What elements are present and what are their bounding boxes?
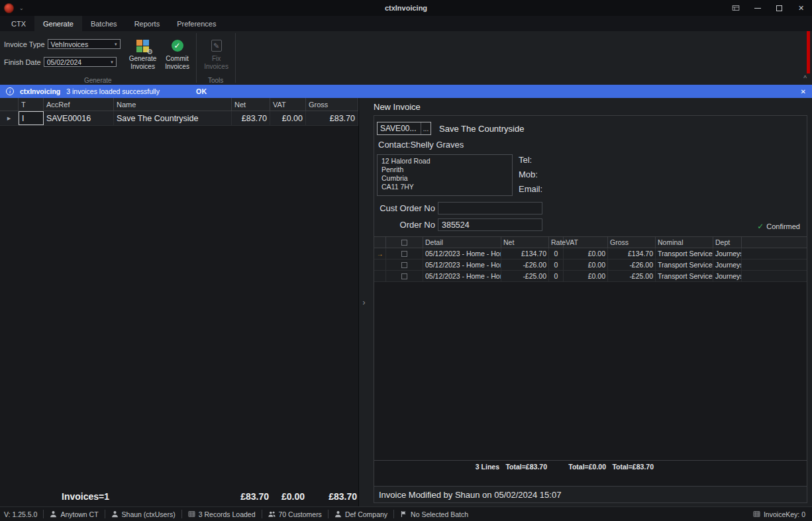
cell-accref[interactable]: SAVE00016: [44, 111, 114, 125]
cell-rate[interactable]: 0: [549, 260, 564, 270]
select-all-checkbox[interactable]: [401, 240, 407, 246]
address-box[interactable]: 12 Halord Road Penrith Cumbria CA11 7HY: [377, 154, 513, 196]
cell-net[interactable]: £83.70: [232, 111, 270, 125]
minimize-button[interactable]: [746, 0, 768, 16]
cell-gross[interactable]: -£26.00: [608, 260, 656, 270]
tab-batches[interactable]: Batches: [82, 16, 126, 31]
cell-gross[interactable]: £83.70: [306, 111, 358, 125]
column-header-select[interactable]: [386, 237, 423, 248]
column-header-nominal[interactable]: Nominal: [656, 237, 713, 248]
close-button[interactable]: ✕: [790, 0, 812, 16]
order-input[interactable]: [438, 218, 542, 231]
cell-gross[interactable]: -£25.00: [608, 271, 656, 281]
cell-net[interactable]: £134.70: [501, 248, 549, 259]
cell-detail[interactable]: 05/12/2023 - Home - Home: [423, 271, 501, 281]
cell-rate[interactable]: 0: [549, 271, 564, 281]
commit-invoices-button[interactable]: ✓ Commit Invoices: [161, 35, 194, 75]
status-def-company[interactable]: Def Company: [329, 510, 393, 518]
cell-nominal[interactable]: Transport Services: [656, 271, 713, 281]
line-row[interactable]: 05/12/2023 - Home - Home -£25.00 0 £0.00…: [374, 271, 807, 282]
tab-ctx[interactable]: CTX: [3, 16, 34, 31]
line-checkbox[interactable]: [401, 273, 407, 279]
finish-date-select[interactable]: 05/02/2024 ▾: [44, 57, 117, 67]
confirmed-label: Confirmed: [766, 222, 800, 230]
app-logo-icon[interactable]: [4, 3, 14, 13]
cell-dept[interactable]: Journeys: [713, 248, 742, 259]
person-icon: [111, 510, 119, 518]
column-header-name[interactable]: Name: [114, 98, 232, 111]
column-header-vat[interactable]: VAT: [270, 98, 306, 111]
tab-preferences[interactable]: Preferences: [168, 16, 225, 31]
address-line: Penrith: [381, 166, 508, 174]
cell-detail[interactable]: 05/12/2023 - Home - Home: [423, 248, 501, 259]
row-selector-icon: ▸: [0, 111, 19, 125]
cell-vat[interactable]: £0.00: [270, 111, 306, 125]
tab-reports[interactable]: Reports: [126, 16, 169, 31]
cell-vat[interactable]: £0.00: [564, 271, 608, 281]
column-header-indicator: [374, 237, 386, 248]
status-batch[interactable]: No Selected Batch: [394, 510, 474, 518]
column-header-net[interactable]: Net: [232, 98, 270, 111]
column-header-dept[interactable]: Dept: [713, 237, 742, 248]
notification-message: 3 invoices loaded successfully: [66, 87, 160, 95]
invoice-row[interactable]: ▸ I SAVE00016 Save The Countryside £83.7…: [0, 111, 358, 126]
status-bar: V: 1.25.5.0 Anytown CT Shaun (ctxUsers) …: [0, 506, 812, 521]
cell-net[interactable]: -£25.00: [501, 271, 549, 281]
line-checkbox[interactable]: [401, 251, 407, 257]
lines-grid-spacer: [374, 472, 807, 486]
column-header-detail[interactable]: Detail: [423, 237, 501, 248]
column-header-vat[interactable]: VAT: [564, 237, 608, 248]
line-select[interactable]: [386, 271, 423, 281]
panel-title: New Invoice: [374, 102, 807, 115]
invoice-list-footer: Invoices=1 £83.70 £0.00 £83.70: [0, 487, 358, 506]
accref-combo[interactable]: SAVE00... ...: [377, 122, 431, 135]
cell-vat[interactable]: £0.00: [564, 260, 608, 270]
cell-nominal[interactable]: Transport Services: [656, 248, 713, 259]
confirmed-checkbox[interactable]: ✓ Confirmed: [757, 222, 803, 231]
ribbon-group-label-tools: Tools: [197, 77, 235, 84]
column-header-gross[interactable]: Gross: [306, 98, 358, 111]
cell-dept[interactable]: Journeys: [713, 260, 742, 270]
cell-t[interactable]: I: [19, 111, 44, 125]
invoice-type-select[interactable]: VehInvoices ▾: [48, 39, 121, 49]
panel-splitter[interactable]: ›: [359, 98, 369, 506]
line-checkbox[interactable]: [401, 262, 407, 268]
line-row[interactable]: → 05/12/2023 - Home - Home £134.70 0 £0.…: [374, 248, 807, 260]
contact-line: Contact:Shelly Graves: [378, 140, 803, 150]
tab-generate[interactable]: Generate: [34, 16, 82, 31]
maximize-button[interactable]: [768, 0, 790, 16]
close-notification-icon[interactable]: ✕: [801, 88, 806, 95]
ok-button[interactable]: OK: [196, 87, 207, 95]
generate-invoices-button[interactable]: ⚙ Generate Invoices: [127, 35, 160, 75]
cell-detail[interactable]: 05/12/2023 - Home - Home: [423, 260, 501, 270]
status-records[interactable]: 3 Records Loaded: [182, 510, 262, 518]
column-header-t[interactable]: T: [19, 98, 44, 111]
layout-icon[interactable]: [725, 0, 746, 16]
status-company[interactable]: Anytown CT: [44, 510, 104, 518]
cell-gross[interactable]: £134.70: [608, 248, 656, 259]
collapse-ribbon-icon[interactable]: ^: [803, 75, 807, 82]
line-row[interactable]: 05/12/2023 - Home - Home -£26.00 0 £0.00…: [374, 260, 807, 271]
column-header-gross[interactable]: Gross: [608, 237, 656, 248]
cell-name[interactable]: Save The Countryside: [114, 111, 232, 125]
column-header-rate[interactable]: Rate: [549, 237, 564, 248]
cust-order-input[interactable]: [438, 202, 542, 214]
line-select[interactable]: [386, 248, 423, 259]
column-header-net[interactable]: Net: [501, 237, 549, 248]
status-user[interactable]: Shaun (ctxUsers): [105, 510, 181, 518]
version-label: V: 1.25.5.0: [4, 510, 43, 518]
chevron-down-icon[interactable]: ⌄: [19, 5, 24, 11]
status-customers[interactable]: 70 Customers: [262, 510, 328, 518]
cell-nominal[interactable]: Transport Services: [656, 260, 713, 270]
window-controls: ✕: [725, 0, 812, 16]
cell-net[interactable]: -£26.00: [501, 260, 549, 270]
status-invoice-key[interactable]: InvoiceKey: 0: [753, 510, 808, 518]
cell-vat[interactable]: £0.00: [564, 248, 608, 259]
browse-button[interactable]: ...: [421, 122, 431, 134]
cell-dept[interactable]: Journeys: [713, 271, 742, 281]
lines-footer: 3 Lines Total=£83.70 Total=£0.00 Total=£…: [374, 460, 807, 472]
commit-invoices-label: Commit Invoices: [161, 55, 194, 71]
line-select[interactable]: [386, 260, 423, 270]
cell-rate[interactable]: 0: [549, 248, 564, 259]
column-header-accref[interactable]: AccRef: [44, 98, 114, 111]
